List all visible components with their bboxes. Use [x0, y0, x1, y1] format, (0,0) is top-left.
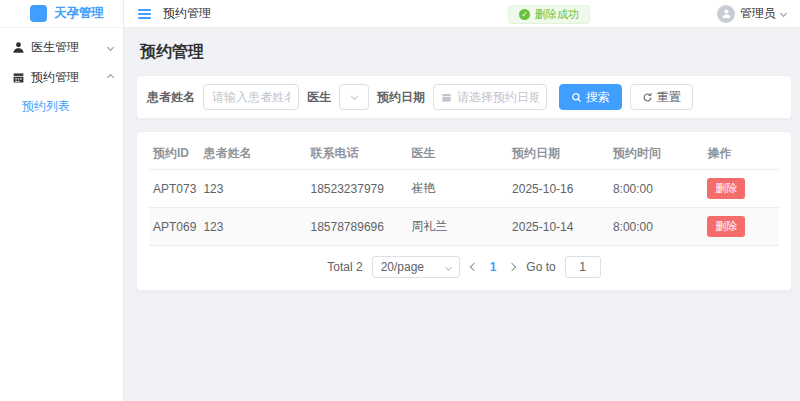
cell-phone: 18523237979 — [306, 170, 407, 208]
col-header-id: 预约ID — [149, 138, 199, 170]
refresh-icon — [642, 92, 653, 103]
goto-label: Go to — [526, 260, 555, 274]
delete-button[interactable]: 删除 — [707, 178, 745, 199]
table-row: APT069 123 18578789696 周礼兰 2025-10-14 8:… — [149, 208, 779, 246]
chevron-down-icon — [350, 92, 357, 99]
cell-doctor: 周礼兰 — [407, 208, 508, 246]
chevron-down-icon — [780, 10, 787, 17]
cell-patient: 123 — [199, 170, 306, 208]
sidebar: 天孕管理 医生管理 预约管理 预约列表 — [0, 0, 124, 401]
reset-button[interactable]: 重置 — [630, 84, 693, 110]
logo-title: 天孕管理 — [54, 5, 104, 22]
cell-date: 2025-10-14 — [508, 208, 609, 246]
chevron-down-icon — [445, 263, 452, 270]
page-number-1[interactable]: 1 — [488, 260, 499, 274]
col-header-patient: 患者姓名 — [199, 138, 306, 170]
hamburger-icon[interactable] — [138, 9, 151, 19]
cell-doctor: 崔艳 — [407, 170, 508, 208]
sidebar-subitem-label: 预约列表 — [22, 98, 70, 115]
patient-name-label: 患者姓名 — [147, 89, 195, 106]
filter-bar: 患者姓名 医生 预约日期 请选择预约日期 搜索 重置 — [136, 75, 792, 119]
col-header-date: 预约日期 — [508, 138, 609, 170]
page-content: 预约管理 患者姓名 医生 预约日期 请选择预约日期 搜索 — [124, 28, 800, 291]
success-toast: ✓ 删除成功 — [508, 5, 590, 24]
table-header-row: 预约ID 患者姓名 联系电话 医生 预约日期 预约时间 操作 — [149, 138, 779, 170]
logo-icon — [30, 5, 47, 22]
table-row: APT073 123 18523237979 崔艳 2025-10-16 8:0… — [149, 170, 779, 208]
cell-id: APT073 — [149, 170, 199, 208]
page-title: 预约管理 — [140, 42, 792, 63]
cell-time: 8:00:00 — [609, 170, 704, 208]
pagination-total: Total 2 — [327, 260, 362, 274]
date-placeholder: 请选择预约日期 — [457, 89, 539, 106]
page-size-select[interactable]: 20/page — [372, 256, 460, 278]
sidebar-item-appointment-management[interactable]: 预约管理 — [0, 62, 123, 92]
cell-date: 2025-10-16 — [508, 170, 609, 208]
breadcrumb: 预约管理 — [163, 5, 211, 22]
topbar: 预约管理 管理员 — [124, 0, 800, 28]
appointments-table-card: 预约ID 患者姓名 联系电话 医生 预约日期 预约时间 操作 APT073 12 — [136, 131, 792, 291]
app-window: 天孕管理 医生管理 预约管理 预约列表 — [0, 0, 800, 401]
cell-id: APT069 — [149, 208, 199, 246]
main-area: 预约管理 管理员 ✓ 删除成功 预约管理 患者姓名 医生 — [124, 0, 800, 401]
date-label: 预约日期 — [377, 89, 425, 106]
patient-name-input[interactable] — [203, 84, 299, 110]
sidebar-item-doctor-management[interactable]: 医生管理 — [0, 32, 123, 62]
app-logo: 天孕管理 — [0, 0, 123, 28]
chevron-down-icon — [107, 43, 114, 50]
chevron-up-icon — [107, 73, 114, 80]
user-name: 管理员 — [740, 5, 776, 22]
user-icon — [12, 41, 25, 54]
doctor-label: 医生 — [307, 89, 331, 106]
sidebar-subitem-appointment-list[interactable]: 预约列表 — [0, 92, 123, 120]
cell-phone: 18578789696 — [306, 208, 407, 246]
sidebar-menu: 医生管理 预约管理 预约列表 — [0, 28, 123, 120]
cell-patient: 123 — [199, 208, 306, 246]
sidebar-item-label: 医生管理 — [31, 39, 108, 56]
user-menu[interactable]: 管理员 — [717, 5, 786, 23]
check-circle-icon: ✓ — [519, 9, 530, 20]
toast-message: 删除成功 — [535, 7, 579, 22]
avatar — [717, 5, 735, 23]
col-header-time: 预约时间 — [609, 138, 704, 170]
prev-page-button[interactable] — [469, 264, 479, 270]
calendar-icon — [12, 71, 25, 84]
cell-time: 8:00:00 — [609, 208, 704, 246]
doctor-select[interactable] — [339, 84, 369, 110]
next-page-button[interactable] — [507, 264, 517, 270]
delete-button[interactable]: 删除 — [707, 216, 745, 237]
appointments-table: 预约ID 患者姓名 联系电话 医生 预约日期 预约时间 操作 APT073 12 — [149, 138, 779, 246]
search-button[interactable]: 搜索 — [559, 84, 622, 110]
col-header-phone: 联系电话 — [306, 138, 407, 170]
search-icon — [571, 92, 582, 103]
col-header-doctor: 医生 — [407, 138, 508, 170]
goto-page-input[interactable] — [565, 256, 601, 278]
sidebar-item-label: 预约管理 — [31, 69, 108, 86]
pagination: Total 2 20/page 1 Go to — [149, 246, 779, 282]
calendar-icon — [441, 92, 452, 103]
col-header-actions: 操作 — [703, 138, 779, 170]
date-picker-input[interactable]: 请选择预约日期 — [433, 84, 547, 110]
